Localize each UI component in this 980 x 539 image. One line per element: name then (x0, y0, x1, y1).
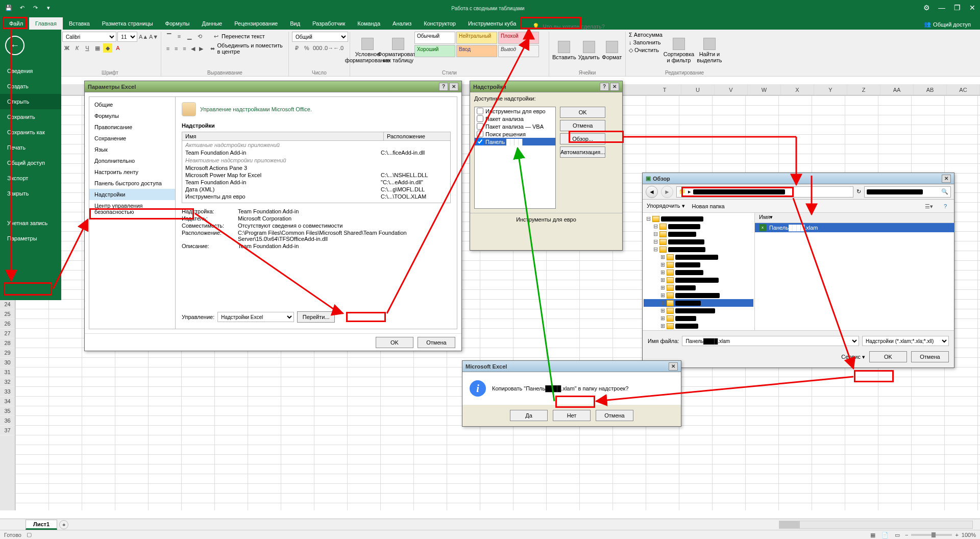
close-icon[interactable]: ✕ (669, 362, 678, 371)
options-nav-item[interactable]: Сохранение (89, 133, 175, 144)
nav-forward-icon[interactable]: ► (661, 186, 673, 198)
tree-node[interactable]: ⊟ (644, 223, 753, 230)
clear-button[interactable]: ◇ Очистить (629, 47, 663, 54)
tree-node[interactable]: ⊞ (644, 299, 753, 307)
column-header[interactable]: V (715, 84, 748, 95)
increase-indent-icon[interactable]: ▶ (198, 44, 205, 53)
tree-node[interactable]: ⊞ (644, 307, 753, 314)
addin-checkbox[interactable] (477, 138, 483, 145)
options-nav-item[interactable]: Правописание (89, 121, 175, 133)
backstage-close[interactable]: Закрыть (0, 186, 61, 201)
undo-icon[interactable]: ↶ (16, 2, 28, 13)
close-icon[interactable]: ✕ (449, 83, 458, 91)
comma-icon[interactable]: 000 (312, 43, 322, 53)
tell-me[interactable]: 💡 (522, 23, 919, 30)
backstage-options[interactable]: Параметры (0, 231, 61, 246)
backstage-account[interactable]: Учетная запись (0, 215, 61, 231)
backstage-export[interactable]: Экспорт (0, 170, 61, 186)
addins-browse-button[interactable]: Обзор... (560, 133, 605, 144)
increase-font-icon[interactable]: A▲ (138, 32, 148, 41)
row-header[interactable]: 32 (0, 377, 15, 387)
close-icon[interactable]: ✕ (968, 3, 977, 12)
tree-node[interactable]: ⊞ (644, 261, 753, 268)
options-nav-item[interactable]: Надстройки (89, 189, 175, 200)
addins-cancel-button[interactable]: Отмена (560, 120, 605, 131)
view-options-icon[interactable]: ☰▾ (924, 202, 934, 211)
tree-node[interactable]: ⊟ (644, 230, 753, 238)
zoom-in-icon[interactable]: + (955, 532, 958, 538)
tell-me-input[interactable] (543, 23, 634, 30)
merge-center-button[interactable]: Объединить и поместить в центре (217, 42, 286, 55)
find-select-button[interactable]: Найти и выделить (695, 32, 724, 69)
dialog-titlebar[interactable]: Microsoft Excel ✕ (462, 361, 681, 372)
wrap-text-button[interactable]: Перенести текст (222, 33, 265, 39)
help-icon[interactable]: ? (439, 83, 448, 91)
view-normal-icon[interactable]: ▦ (868, 530, 877, 540)
manage-combo[interactable]: Надстройки Excel (217, 312, 294, 322)
browse-open-button[interactable]: OK (869, 351, 907, 362)
style-input[interactable]: Ввод (456, 45, 497, 57)
go-button[interactable]: Перейти... (297, 311, 335, 323)
backstage-open[interactable]: Открыть (0, 94, 61, 109)
border-icon[interactable]: ▦ (93, 43, 102, 53)
new-folder-button[interactable]: Новая папка (692, 203, 725, 209)
addin-item[interactable]: Панель ████ (475, 138, 555, 145)
minimize-icon[interactable]: — (937, 3, 946, 12)
row-header[interactable]: 31 (0, 368, 15, 377)
column-header[interactable]: W (748, 84, 781, 95)
conditional-formatting-button[interactable]: Условное форматирование (353, 32, 382, 69)
tab-team[interactable]: Команда (351, 17, 386, 30)
filter-combo[interactable]: Надстройки (*.xlam;*.xla;*.xll) (862, 336, 949, 346)
row-header[interactable]: 30 (0, 358, 15, 368)
font-name-combo[interactable]: Calibri (62, 32, 116, 42)
decrease-indent-icon[interactable]: ◀ (189, 44, 196, 53)
addins-listview[interactable]: ИмяРасположение Активные надстройки прил… (182, 132, 451, 203)
backstage-saveas[interactable]: Сохранить как (0, 125, 61, 140)
options-ok-button[interactable]: OK (376, 337, 413, 348)
font-size-combo[interactable]: 11 (117, 32, 137, 42)
insert-cells-button[interactable]: Вставить (552, 32, 576, 69)
help-icon[interactable]: ? (600, 83, 609, 91)
format-as-table-button[interactable]: Форматировать как таблицу (384, 32, 412, 69)
tree-node[interactable]: ⊟ (644, 238, 753, 246)
tree-node[interactable]: ⊞ (644, 314, 753, 322)
addin-item[interactable]: Инструменты для евро (475, 107, 555, 115)
options-nav-item[interactable]: Дополнительно (89, 155, 175, 166)
row-header[interactable]: 34 (0, 397, 15, 406)
tree-node[interactable]: ⊟ (644, 215, 753, 223)
backstage-save[interactable]: Сохранить (0, 109, 61, 125)
style-bad[interactable]: Плохой (498, 32, 539, 44)
row-header[interactable]: 26 (0, 319, 15, 329)
row-header[interactable]: 27 (0, 329, 15, 338)
tree-node[interactable]: ⊞ (644, 276, 753, 284)
msgbox-cancel-button[interactable]: Отмена (596, 410, 633, 421)
row-header[interactable]: 25 (0, 309, 15, 319)
address-bar[interactable]: 📁▸ (676, 186, 853, 198)
tab-view[interactable]: Вид (284, 17, 306, 30)
tree-node[interactable]: ⊞ (644, 268, 753, 276)
italic-icon[interactable]: К (72, 43, 82, 53)
available-addins-list[interactable]: Инструменты для евроПакет анализаПакет а… (474, 107, 556, 209)
row-header[interactable]: 37 (0, 426, 15, 435)
tree-node[interactable]: ⊞ (644, 291, 753, 299)
delete-cells-button[interactable]: Удалить (578, 32, 600, 69)
backstage-share[interactable]: Общий доступ (0, 155, 61, 170)
merge-icon[interactable]: ⬌ (209, 44, 216, 53)
tree-node[interactable]: ⊞ (644, 253, 753, 261)
tab-layout[interactable]: Разметка страницы (96, 17, 159, 30)
restore-icon[interactable]: ❐ (952, 3, 962, 12)
options-nav-item[interactable]: Панель быстрого доступа (89, 178, 175, 189)
style-good[interactable]: Хороший (414, 45, 455, 57)
addin-item[interactable]: Пакет анализа (475, 115, 555, 122)
fill-button[interactable]: ↓ Заполнить (629, 39, 663, 45)
add-sheet-button[interactable]: + (59, 520, 68, 529)
column-header[interactable]: AB (914, 84, 947, 95)
column-header[interactable]: AA (880, 84, 914, 95)
underline-icon[interactable]: Ч (83, 43, 92, 53)
dialog-titlebar[interactable]: Параметры Excel ?✕ (85, 81, 461, 92)
percent-icon[interactable]: % (302, 43, 311, 53)
format-cells-button[interactable]: Формат (602, 32, 622, 69)
backstage-info[interactable]: Сведения (0, 63, 61, 79)
backstage-new[interactable]: Создать (0, 79, 61, 94)
share-button[interactable]: 👥 Общий доступ (919, 19, 976, 30)
